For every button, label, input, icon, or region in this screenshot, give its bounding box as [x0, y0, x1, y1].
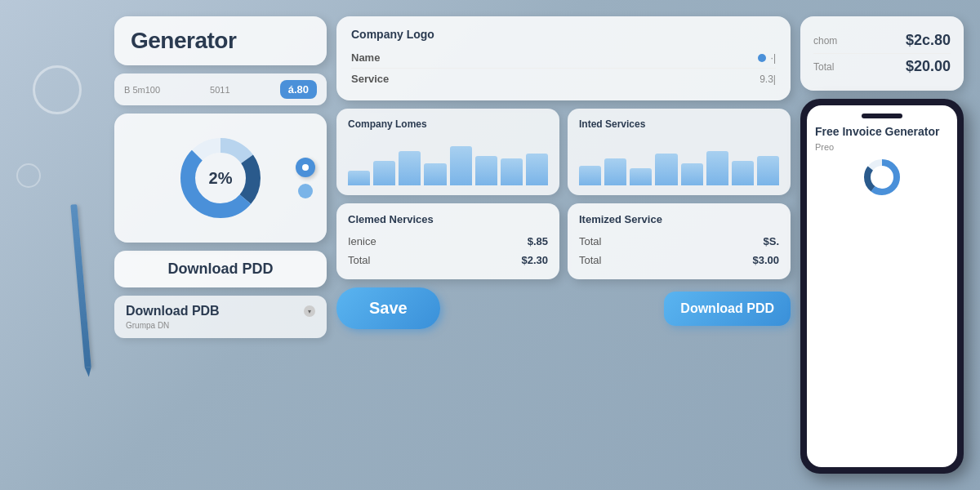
- itemized-services-card: Itemized Service Total $S. Total $3.00: [568, 203, 791, 279]
- itemized-services-title: Itemized Service: [579, 213, 779, 225]
- bar-item: [424, 163, 446, 185]
- company-lomes-chart: Company Lomes: [336, 109, 559, 195]
- title-card: Generator: [114, 16, 327, 65]
- field-name-value: ·|: [771, 52, 776, 64]
- itemized-row-1: Total $S.: [579, 232, 779, 251]
- donut-center-value: 2%: [209, 169, 233, 188]
- right-panel: chom $2c.80 Total $20.00 Free Invoice Ge…: [800, 16, 964, 474]
- phone-app-title: Free Invoice Generator: [815, 125, 949, 139]
- price-value-1: $2c.80: [906, 32, 951, 49]
- form-card: Company Logo Name ·| Service 9.3|: [336, 16, 791, 100]
- field-dot: [758, 54, 766, 62]
- field-name-input[interactable]: ·|: [758, 52, 776, 64]
- field-service-input[interactable]: 9.3|: [760, 74, 776, 85]
- donut-controls: [296, 158, 315, 198]
- claimed-val-2: $2.30: [521, 254, 548, 266]
- claimed-row-2: Total $2.30: [348, 251, 548, 270]
- bar-item: [450, 146, 472, 185]
- bg-circle-large: [33, 65, 82, 114]
- claimed-services-card: Clemed Nervices Ienice $.85 Total $2.30: [336, 203, 559, 279]
- price-row-1: chom $2c.80: [813, 28, 951, 54]
- input-label: B 5m100: [124, 85, 160, 95]
- download-pdf-primary-button[interactable]: Download PDD: [114, 251, 327, 287]
- bar-item: [732, 161, 754, 185]
- bar-item: [655, 154, 677, 185]
- bar-chart-left: [348, 136, 548, 185]
- bar-item: [706, 151, 728, 185]
- chart-right-title: Inted Services: [579, 118, 779, 130]
- phone-mockup: Free Invoice Generator Preo: [800, 99, 964, 474]
- phone-screen: Free Invoice Generator Preo: [807, 105, 957, 467]
- claimed-row-1: Ienice $.85: [348, 232, 548, 251]
- phone-subtitle: Preo: [815, 142, 949, 152]
- form-row-service: Service 9.3|: [351, 69, 776, 89]
- itemized-val-1: $S.: [763, 235, 779, 247]
- price-label-2: Total: [813, 61, 834, 73]
- chart-left-title: Company Lomes: [348, 118, 548, 130]
- donut-btn-2[interactable]: [298, 184, 313, 198]
- phone-notch: [862, 114, 902, 118]
- dropdown-icon[interactable]: ▾: [304, 305, 315, 317]
- bar-item: [526, 154, 548, 185]
- claimed-label-2: Total: [348, 254, 370, 266]
- form-row-name: Name ·|: [351, 47, 776, 69]
- value-badge[interactable]: á.80: [280, 80, 317, 99]
- phone-donut-svg: [862, 157, 902, 198]
- main-container: Generator B 5m100 5011 á.80 2: [114, 16, 964, 474]
- claimed-label-1: Ienice: [348, 235, 376, 247]
- bar-item: [501, 158, 523, 185]
- bar-item: [348, 171, 370, 185]
- donut-wrapper: 2%: [176, 133, 265, 223]
- claimed-services-title: Clemed Nervices: [348, 213, 548, 225]
- bar-item: [757, 156, 779, 185]
- itemized-label-2: Total: [579, 254, 601, 266]
- services-row: Clemed Nervices Ienice $.85 Total $2.30 …: [336, 203, 791, 279]
- itemized-label-1: Total: [579, 235, 601, 247]
- field-service-label: Service: [351, 73, 389, 85]
- itemized-row-2: Total $3.00: [579, 251, 779, 270]
- bottom-row: Save Download PDD: [336, 287, 791, 329]
- download-sub-text: Grumpa DN: [126, 321, 315, 330]
- pencil-decoration: [70, 204, 91, 368]
- inted-services-chart: Inted Services: [568, 109, 791, 195]
- input-row-card: B 5m100 5011 á.80: [114, 74, 327, 105]
- form-title: Company Logo: [351, 28, 776, 41]
- download-pdf-button[interactable]: Download PDD: [664, 292, 791, 326]
- price-label-1: chom: [813, 35, 837, 47]
- bar-item: [579, 166, 601, 185]
- charts-row: Company Lomes Inted Services: [336, 109, 791, 195]
- bar-item: [681, 163, 703, 185]
- claimed-val-1: $.85: [528, 235, 548, 247]
- save-button[interactable]: Save: [336, 287, 440, 329]
- input-sub: 5011: [210, 85, 229, 95]
- donut-btn-1[interactable]: [296, 158, 315, 177]
- download-sub-card: Download PDB ▾ Grumpa DN: [114, 296, 327, 338]
- field-service-value: 9.3|: [760, 74, 776, 85]
- price-row-2: Total $20.00: [813, 54, 951, 79]
- middle-panel: Company Logo Name ·| Service 9.3| Compan…: [336, 16, 791, 474]
- bar-item: [475, 156, 497, 185]
- left-panel: Generator B 5m100 5011 á.80 2: [114, 16, 327, 474]
- bar-chart-right: [579, 136, 779, 185]
- bar-item: [399, 151, 421, 185]
- bg-circle-small: [16, 163, 41, 188]
- bar-item: [630, 168, 652, 185]
- field-name-label: Name: [351, 51, 380, 64]
- app-title: Generator: [131, 28, 310, 54]
- download-secondary-label: Download PDB: [126, 304, 220, 318]
- donut-chart-card: 2%: [114, 114, 327, 243]
- bar-item: [604, 158, 626, 185]
- phone-donut: [862, 157, 902, 198]
- bar-item: [373, 161, 395, 185]
- itemized-val-2: $3.00: [752, 254, 779, 266]
- price-value-2: $20.00: [906, 58, 951, 75]
- svg-point-4: [302, 164, 309, 171]
- prices-card: chom $2c.80 Total $20.00: [800, 16, 964, 91]
